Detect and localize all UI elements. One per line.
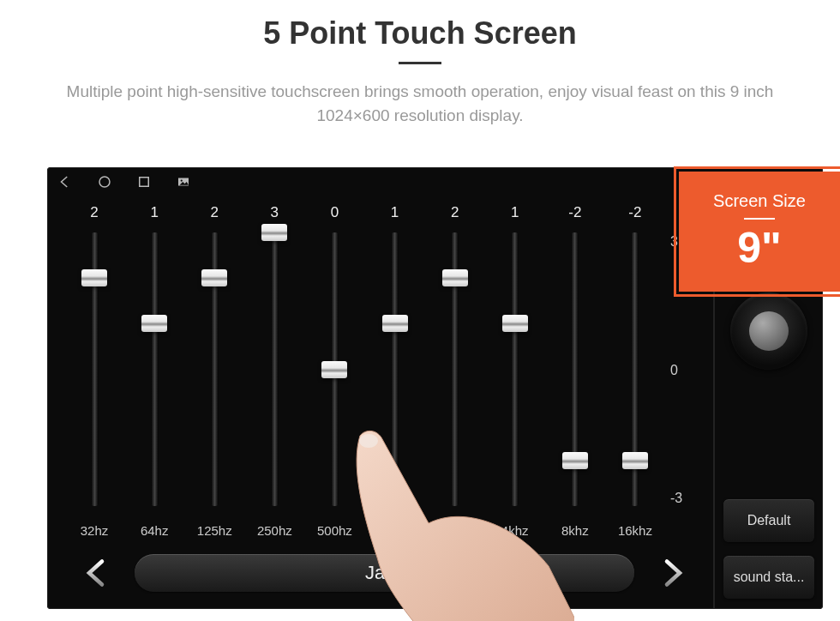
eq-slider[interactable] [545,224,605,515]
slider-knob[interactable] [321,361,347,378]
band-freq: 16khz [618,515,652,546]
badge-label: Screen Size [713,191,806,211]
back-icon[interactable] [57,174,73,190]
slider-knob[interactable] [382,315,408,332]
slider-knob[interactable] [261,224,287,241]
page-title: 5 Point Touch Screen [0,15,840,51]
svg-point-3 [181,179,183,181]
eq-band: 0500hz [304,202,364,546]
balance-button[interactable] [730,292,807,370]
eq-band: 164hz [124,202,184,546]
eq-slider[interactable] [64,224,124,515]
band-freq: 64hz [141,515,169,546]
preset-name-button[interactable]: Jazz [135,554,634,592]
eq-slider[interactable] [364,224,424,515]
slider-knob[interactable] [201,269,227,286]
band-freq: 2khz [441,515,469,546]
eq-band: 3250hz [244,202,304,546]
band-value: 3 [271,202,279,224]
preset-next-button[interactable] [653,554,691,592]
band-value: 1 [150,202,158,224]
default-button[interactable]: Default [723,499,814,542]
scale-mid: 0 [670,363,705,378]
slider-knob[interactable] [562,452,588,469]
eq-slider[interactable] [425,224,485,515]
eq-band: -216khz [605,202,665,546]
screensize-badge: Screen Size 9" [679,172,840,292]
eq-slider[interactable] [304,224,364,515]
eq-band: 14khz [485,202,545,546]
eq-slider[interactable] [485,224,545,515]
preset-row: Jazz [64,546,705,600]
eq-slider[interactable] [124,224,184,515]
svg-rect-1 [140,178,149,187]
eq-slider[interactable] [244,224,304,515]
band-freq: 4khz [501,515,529,546]
eq-band: 22khz [425,202,485,546]
eq-slider[interactable] [184,224,244,515]
svg-point-0 [99,177,110,187]
slider-knob[interactable] [622,452,648,469]
eq-band: 232hz [64,202,124,546]
eq-band: 11khz [364,202,424,546]
band-freq: 1khz [381,515,409,546]
badge-value: 9" [737,223,782,273]
band-freq: 125hz [197,515,232,546]
slider-knob[interactable] [141,315,167,332]
gallery-icon[interactable] [176,174,191,190]
eq-bands: 232hz164hz2125hz3250hz0500hz11khz22khz14… [64,202,705,546]
eq-band: -28khz [545,202,605,546]
equalizer-main: 232hz164hz2125hz3250hz0500hz11khz22khz14… [47,196,713,609]
balance-icon [749,311,789,351]
band-value: 2 [90,202,98,224]
band-freq: 500hz [317,515,352,546]
band-freq: 32hz [81,515,109,546]
recent-icon[interactable] [136,174,152,190]
band-value: -2 [628,202,641,224]
band-value: 0 [331,202,339,224]
slider-knob[interactable] [442,269,468,286]
slider-knob[interactable] [502,315,528,332]
home-icon[interactable] [97,174,112,190]
slider-knob[interactable] [81,269,107,286]
eq-band: 2125hz [184,202,244,546]
band-value: 1 [511,202,519,224]
band-value: 2 [211,202,219,224]
eq-slider[interactable] [605,224,665,515]
band-freq: 8khz [561,515,589,546]
scale-min: -3 [670,491,705,506]
preset-prev-button[interactable] [78,554,116,592]
band-freq: 250hz [257,515,292,546]
band-value: -2 [568,202,581,224]
band-value: 1 [391,202,399,224]
badge-divider [744,218,775,220]
sound-stage-button[interactable]: sound sta... [723,556,814,599]
title-underline [399,62,441,64]
page-subtitle: Multiple point high-sensitive touchscree… [34,80,806,127]
band-value: 2 [451,202,459,224]
